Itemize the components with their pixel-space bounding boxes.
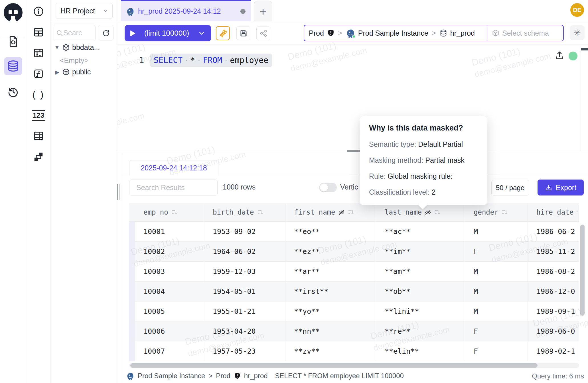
schema-diagram-icon[interactable]: [29, 148, 48, 166]
sequences-icon[interactable]: 123: [29, 106, 48, 125]
cell[interactable]: M: [465, 282, 528, 301]
schema-search-input[interactable]: [63, 29, 92, 37]
vertical-scrollbar-thumb[interactable]: [580, 225, 585, 316]
caret-right-icon[interactable]: ▶: [54, 69, 60, 76]
database-nav-icon[interactable]: [4, 57, 22, 75]
result-search-input[interactable]: [136, 184, 228, 192]
resize-handle[interactable]: [347, 150, 360, 152]
cell[interactable]: 10001: [135, 222, 204, 241]
cell[interactable]: 10002: [135, 242, 204, 261]
cell[interactable]: **yo**: [285, 301, 376, 321]
info-icon[interactable]: [29, 2, 48, 21]
sidebar-resize-handle[interactable]: [117, 184, 120, 200]
column-header-emp_no[interactable]: emp_no: [135, 203, 204, 221]
cell[interactable]: M: [465, 301, 528, 321]
bytebase-logo[interactable]: [3, 3, 24, 24]
functions-icon[interactable]: [29, 65, 48, 83]
upload-sheet-icon[interactable]: [555, 51, 564, 60]
schema-search-box[interactable]: [53, 25, 96, 41]
cell[interactable]: **ar**: [285, 262, 376, 281]
project-select[interactable]: HR Project: [56, 3, 113, 19]
column-header-first_name[interactable]: first_name: [285, 203, 376, 221]
horizontal-scrollbar[interactable]: [129, 363, 579, 368]
save-button[interactable]: [236, 26, 250, 40]
cell[interactable]: F: [465, 321, 528, 341]
cell[interactable]: 1964-06-02: [204, 242, 285, 261]
external-tables-icon[interactable]: [29, 44, 48, 62]
cell[interactable]: **irst**: [285, 282, 376, 301]
cell[interactable]: F: [465, 341, 528, 361]
cell[interactable]: M: [465, 262, 528, 281]
sort-icon[interactable]: [434, 209, 441, 216]
connection-context[interactable]: Prod > Prod Sample Instance > hr_prod: [304, 25, 487, 41]
tables-icon[interactable]: [29, 23, 48, 41]
sort-icon[interactable]: [348, 209, 354, 216]
sort-icon[interactable]: [257, 209, 264, 216]
cell[interactable]: 10003: [135, 262, 204, 281]
caret-down-icon[interactable]: ▼: [54, 44, 60, 51]
result-tab[interactable]: 2025-09-24 14:12:18: [129, 160, 218, 176]
cell[interactable]: 1986-06-2: [528, 222, 579, 241]
cell[interactable]: M: [465, 222, 528, 241]
share-button[interactable]: [256, 26, 270, 40]
editor-scrollbar-thumb[interactable]: [581, 48, 588, 50]
cell[interactable]: **im**: [376, 242, 465, 261]
cell[interactable]: 1959-12-03: [204, 262, 285, 281]
column-header-hire_date[interactable]: hire_date: [528, 203, 579, 221]
tree-node-public[interactable]: ▶ public: [54, 68, 91, 76]
cell[interactable]: 10007: [135, 341, 204, 361]
cell[interactable]: 10006: [135, 321, 204, 341]
cell[interactable]: **lini**: [376, 301, 465, 321]
cell[interactable]: 1985-11-2: [528, 242, 579, 261]
cell[interactable]: 1989-02-1: [528, 341, 579, 361]
sort-icon[interactable]: [501, 209, 508, 216]
cell[interactable]: 10005: [135, 301, 204, 321]
cell[interactable]: **ac**: [376, 222, 465, 241]
cell[interactable]: 1953-04-20: [204, 321, 285, 341]
cell[interactable]: 1953-09-02: [204, 222, 285, 241]
procedures-icon[interactable]: ( ): [29, 85, 48, 104]
run-query-button[interactable]: (limit 100000): [125, 25, 211, 41]
page-size-select[interactable]: 50 / page: [491, 180, 529, 195]
cell[interactable]: 1989-06-0: [528, 321, 579, 341]
column-header-gender[interactable]: gender: [465, 203, 528, 221]
refresh-button[interactable]: [98, 25, 113, 40]
tree-node-bbdata[interactable]: ▼ bbdata...: [54, 43, 100, 52]
vertical-mode-toggle[interactable]: [319, 183, 337, 192]
history-icon[interactable]: [4, 83, 22, 101]
worksheet-icon[interactable]: [4, 32, 22, 50]
export-button[interactable]: Export: [538, 180, 584, 195]
cell[interactable]: 1957-05-23: [204, 341, 285, 361]
sort-icon[interactable]: [576, 209, 579, 216]
avatar[interactable]: DE: [570, 3, 584, 17]
sort-icon[interactable]: [171, 209, 178, 216]
cell[interactable]: 1986-08-2: [528, 262, 579, 281]
chevron-down-icon[interactable]: [198, 30, 205, 37]
cell[interactable]: F: [465, 242, 528, 261]
cell[interactable]: **zv**: [285, 341, 376, 361]
ai-assistant-button[interactable]: ✳: [570, 25, 585, 40]
tab-hr-prod[interactable]: hr_prod 2025-09-24 14:12: [121, 0, 251, 21]
cell[interactable]: 1954-05-01: [204, 282, 285, 301]
cell[interactable]: **nn**: [285, 321, 376, 341]
cell[interactable]: 1955-01-21: [204, 301, 285, 321]
cell[interactable]: 1986-12-0: [528, 282, 579, 301]
whitespace-dot: ·: [197, 57, 201, 64]
cell[interactable]: 10004: [135, 282, 204, 301]
sql-editor[interactable]: 1 SELECT·*·FROM·employee: [117, 44, 588, 151]
cell[interactable]: 1989-09-1: [528, 301, 579, 321]
column-header-birth_date[interactable]: birth_date: [204, 203, 285, 221]
new-tab-button[interactable]: +: [254, 1, 272, 22]
views-icon[interactable]: [29, 127, 48, 145]
format-sql-button[interactable]: [216, 26, 230, 40]
cell[interactable]: **re**: [376, 321, 465, 341]
cell[interactable]: **ob**: [376, 282, 465, 301]
horizontal-scrollbar-thumb[interactable]: [130, 363, 538, 368]
cell[interactable]: **eo**: [285, 222, 376, 241]
cell[interactable]: **ez**: [285, 242, 376, 261]
cell[interactable]: **elin**: [376, 341, 465, 361]
cell[interactable]: **am**: [376, 262, 465, 281]
result-search-box[interactable]: [129, 180, 218, 195]
select-schema-button[interactable]: Select schema: [487, 25, 563, 41]
sql-code-line[interactable]: 1 SELECT·*·FROM·employee: [135, 54, 272, 67]
